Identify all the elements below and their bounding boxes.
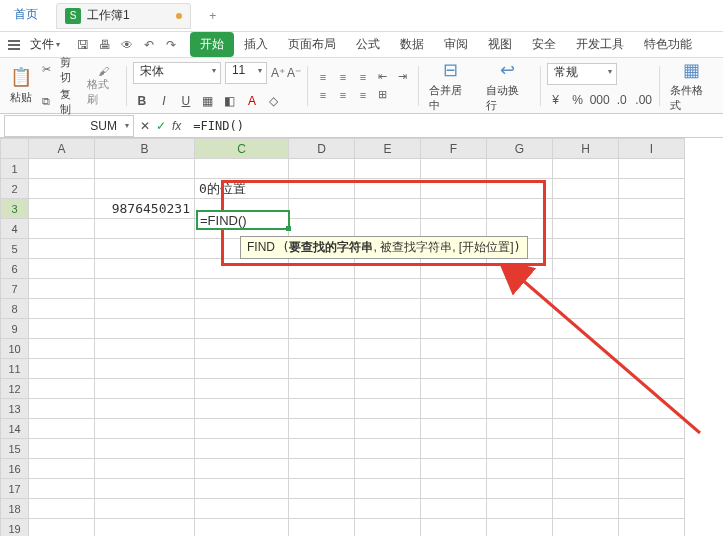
- cell-B3[interactable]: 9876450231: [95, 199, 195, 219]
- font-name-select[interactable]: 宋体: [133, 62, 221, 84]
- row-header[interactable]: 3: [1, 199, 29, 219]
- col-header[interactable]: E: [355, 139, 421, 159]
- tab-formula[interactable]: 公式: [346, 32, 390, 57]
- merge-split-icon[interactable]: ⊞: [374, 87, 392, 103]
- save-icon[interactable]: 🖫: [74, 36, 92, 54]
- align-top-icon[interactable]: ≡: [314, 69, 332, 85]
- tab-devtools[interactable]: 开发工具: [566, 32, 634, 57]
- font-size-select[interactable]: 11: [225, 62, 267, 84]
- fx-icon[interactable]: fx: [172, 119, 181, 133]
- align-bot-icon[interactable]: ≡: [354, 69, 372, 85]
- file-menu[interactable]: 文件: [26, 34, 64, 55]
- paste-button[interactable]: 📋 粘贴: [6, 64, 36, 107]
- tab-data[interactable]: 数据: [390, 32, 434, 57]
- cancel-formula-icon[interactable]: ✕: [140, 119, 150, 133]
- row-header[interactable]: 14: [1, 419, 29, 439]
- col-header[interactable]: C: [195, 139, 289, 159]
- row-header[interactable]: 6: [1, 259, 29, 279]
- col-header[interactable]: D: [289, 139, 355, 159]
- dec-dec-icon[interactable]: .00: [635, 91, 653, 109]
- tab-home[interactable]: 首页: [0, 0, 52, 32]
- indent-dec-icon[interactable]: ⇤: [374, 69, 392, 85]
- underline-button[interactable]: U: [177, 92, 195, 110]
- indent-inc-icon[interactable]: ⇥: [394, 69, 412, 85]
- paste-icon: 📋: [10, 66, 32, 88]
- accept-formula-icon[interactable]: ✓: [156, 119, 166, 133]
- copy-button[interactable]: ⧉复制: [42, 87, 81, 117]
- active-cell-editor[interactable]: =FIND(): [196, 210, 290, 230]
- row-header[interactable]: 2: [1, 179, 29, 199]
- tab-security[interactable]: 安全: [522, 32, 566, 57]
- row-header[interactable]: 4: [1, 219, 29, 239]
- name-box[interactable]: SUM: [4, 115, 134, 137]
- merge-center-button[interactable]: ⊟ 合并居中: [425, 57, 476, 115]
- decrease-font-icon[interactable]: A⁻: [287, 66, 301, 80]
- col-header[interactable]: B: [95, 139, 195, 159]
- wrap-text-button[interactable]: ↩ 自动换行: [482, 57, 533, 115]
- print-icon[interactable]: 🖶: [96, 36, 114, 54]
- dec-inc-icon[interactable]: .0: [613, 91, 631, 109]
- row-header[interactable]: 18: [1, 499, 29, 519]
- row-header[interactable]: 8: [1, 299, 29, 319]
- row-header[interactable]: 15: [1, 439, 29, 459]
- col-header[interactable]: F: [421, 139, 487, 159]
- row-header[interactable]: 5: [1, 239, 29, 259]
- col-header[interactable]: I: [619, 139, 685, 159]
- tab-start[interactable]: 开始: [190, 32, 234, 57]
- redo-icon[interactable]: ↷: [162, 36, 180, 54]
- row-header[interactable]: 12: [1, 379, 29, 399]
- italic-button[interactable]: I: [155, 92, 173, 110]
- col-header[interactable]: H: [553, 139, 619, 159]
- row-header[interactable]: 11: [1, 359, 29, 379]
- increase-font-icon[interactable]: A⁺: [271, 66, 285, 80]
- align-left-icon[interactable]: ≡: [314, 87, 332, 103]
- row-header[interactable]: 9: [1, 319, 29, 339]
- align-mid-icon[interactable]: ≡: [334, 69, 352, 85]
- col-header[interactable]: A: [29, 139, 95, 159]
- tab-special[interactable]: 特色功能: [634, 32, 702, 57]
- align-right-icon[interactable]: ≡: [354, 87, 372, 103]
- scissors-icon: ✂: [42, 63, 56, 76]
- add-tab-button[interactable]: +: [199, 2, 227, 30]
- row-header[interactable]: 1: [1, 159, 29, 179]
- row-header[interactable]: 16: [1, 459, 29, 479]
- row-header[interactable]: 7: [1, 279, 29, 299]
- function-tooltip: FIND (要查找的字符串, 被查找字符串, [开始位置]): [240, 236, 528, 259]
- select-all-corner[interactable]: [1, 139, 29, 159]
- separator: [540, 66, 541, 106]
- row-header[interactable]: 10: [1, 339, 29, 359]
- border-button[interactable]: ▦: [199, 92, 217, 110]
- unsaved-dot-icon: [176, 13, 182, 19]
- number-format-select[interactable]: 常规: [547, 63, 617, 85]
- tab-document[interactable]: S 工作簿1: [56, 3, 191, 29]
- format-painter-button[interactable]: 🖌 格式刷: [87, 65, 120, 107]
- merge-icon: ⊟: [443, 59, 458, 81]
- spreadsheet-grid[interactable]: A B C D E F G H I 1 20的位置 39876450231 4 …: [0, 138, 685, 536]
- undo-icon[interactable]: ↶: [140, 36, 158, 54]
- row-header[interactable]: 17: [1, 479, 29, 499]
- currency-icon[interactable]: ¥: [547, 91, 565, 109]
- preview-icon[interactable]: 👁: [118, 36, 136, 54]
- clear-format-button[interactable]: ◇: [265, 92, 283, 110]
- cut-button[interactable]: ✂剪切: [42, 55, 81, 85]
- cell-C2[interactable]: 0的位置: [195, 179, 289, 199]
- tab-insert[interactable]: 插入: [234, 32, 278, 57]
- font-color-button[interactable]: A: [243, 92, 261, 110]
- row-header[interactable]: 13: [1, 399, 29, 419]
- cond-format-button[interactable]: ▦ 条件格式: [666, 57, 717, 115]
- row-header[interactable]: 19: [1, 519, 29, 537]
- separator: [418, 66, 419, 106]
- percent-icon[interactable]: %: [569, 91, 587, 109]
- menu-icon[interactable]: [6, 38, 22, 52]
- tab-layout[interactable]: 页面布局: [278, 32, 346, 57]
- wrap-icon: ↩: [500, 59, 515, 81]
- bold-button[interactable]: B: [133, 92, 151, 110]
- tab-view[interactable]: 视图: [478, 32, 522, 57]
- separator: [126, 66, 127, 106]
- align-center-icon[interactable]: ≡: [334, 87, 352, 103]
- col-header[interactable]: G: [487, 139, 553, 159]
- comma-icon[interactable]: 000: [591, 91, 609, 109]
- tab-review[interactable]: 审阅: [434, 32, 478, 57]
- formula-input[interactable]: =FIND(): [187, 119, 723, 133]
- fill-color-button[interactable]: ◧: [221, 92, 239, 110]
